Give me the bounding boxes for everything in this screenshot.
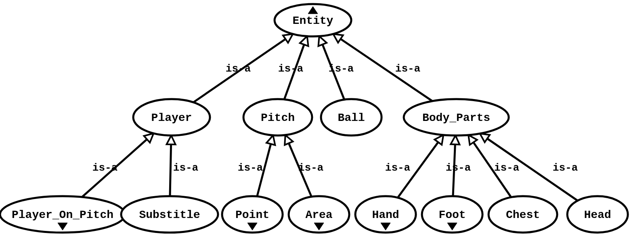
edge-label: is-a xyxy=(92,162,117,174)
node-label: Head xyxy=(584,209,611,221)
arrowhead-icon xyxy=(318,36,326,46)
edge-label: is-a xyxy=(238,162,263,174)
node-pitch: Pitch xyxy=(243,99,312,135)
node-head: Head xyxy=(567,196,628,233)
node-label: Player_On_Pitch xyxy=(12,209,113,221)
node-label: Foot xyxy=(438,209,466,221)
arrowhead-icon xyxy=(283,34,293,43)
node-chest: Chest xyxy=(489,196,557,233)
arrowhead-icon xyxy=(266,135,275,145)
node-label: Hand xyxy=(372,209,399,221)
node-hand: Hand xyxy=(355,196,416,233)
edge-label: is-a xyxy=(385,162,410,174)
arrowhead-icon xyxy=(480,133,490,142)
edge-substitle-to-player xyxy=(170,144,171,196)
node-label: Player xyxy=(151,112,192,124)
edge-label: is-a xyxy=(494,162,519,174)
node-player: Player xyxy=(133,99,210,135)
edge-label: is-a xyxy=(553,162,578,174)
node-point: Point xyxy=(222,196,283,233)
arrowhead-icon xyxy=(333,34,343,42)
node-label: Ball xyxy=(338,112,365,124)
ontology-diagram: EntityPlayerPitchBallBody_PartsPlayer_On… xyxy=(0,0,644,237)
node-label: Pitch xyxy=(261,112,295,124)
edge-label: is-a xyxy=(226,63,251,75)
edge-label: is-a xyxy=(446,162,471,174)
arrowhead-icon xyxy=(468,135,477,145)
arrowhead-icon xyxy=(285,135,293,145)
node-label: Substitle xyxy=(139,209,200,221)
node-foot: Foot xyxy=(422,196,482,233)
node-label: Chest xyxy=(506,209,540,221)
node-label: Area xyxy=(305,209,332,221)
edge-label: is-a xyxy=(173,162,198,174)
edge-label: is-a xyxy=(298,162,323,174)
arrowhead-icon xyxy=(434,135,443,145)
node-label: Point xyxy=(235,209,269,221)
edge-label: is-a xyxy=(278,63,303,75)
arrowhead-icon xyxy=(300,36,308,46)
node-entity: Entity xyxy=(275,4,351,36)
node-area: Area xyxy=(289,196,349,233)
edge-label: is-a xyxy=(329,63,354,75)
node-ball: Ball xyxy=(321,99,382,135)
arrowhead-icon xyxy=(167,135,176,144)
node-label: Entity xyxy=(293,15,334,27)
node-body_parts: Body_Parts xyxy=(404,99,509,135)
node-player_on_pitch: Player_On_Pitch xyxy=(0,196,125,233)
node-substitle: Substitle xyxy=(121,196,218,233)
edge-label: is-a xyxy=(395,63,420,75)
arrowhead-icon xyxy=(451,135,459,144)
node-label: Body_Parts xyxy=(422,112,490,124)
